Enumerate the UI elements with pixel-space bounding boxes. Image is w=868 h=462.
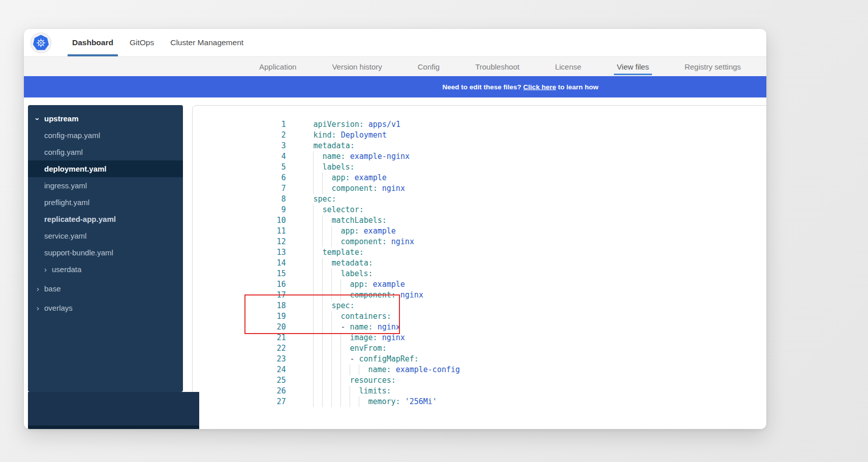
- code-line: 1apiVersion: apps/v1: [193, 109, 766, 119]
- subnav-tab-label: License: [555, 62, 581, 71]
- subnav-tab-label: Registry settings: [685, 62, 741, 71]
- code-text: matchLabels:: [313, 216, 386, 225]
- file-tree-item[interactable]: config-map.yaml: [28, 127, 183, 144]
- file-tree-item[interactable]: config.yaml: [28, 144, 183, 160]
- code-text: metadata:: [313, 258, 373, 268]
- click-here-link[interactable]: Click here: [523, 83, 556, 91]
- code-text: app: example: [313, 280, 405, 289]
- code-text: image: nginx: [313, 333, 405, 342]
- subnav-tab-label: View files: [617, 62, 649, 71]
- subnav-tab[interactable]: Troubleshoot: [475, 57, 519, 76]
- file-tree-item[interactable]: support-bundle.yaml: [28, 244, 183, 261]
- file-tree-item-label: preflight.yaml: [44, 198, 89, 207]
- line-number: 27: [257, 397, 286, 407]
- kubernetes-wheel-icon: [33, 35, 49, 51]
- file-tree-item[interactable]: deployment.yaml: [28, 160, 183, 177]
- code-text: envFrom:: [313, 344, 386, 353]
- line-number: 13: [257, 247, 286, 258]
- subnav-tab-label: Troubleshoot: [475, 62, 519, 71]
- line-number: 1: [257, 119, 286, 130]
- code-text: - name: nginx: [313, 322, 400, 332]
- subnav-tab[interactable]: Version history: [332, 57, 382, 76]
- line-number: 15: [257, 269, 286, 279]
- file-tree-item[interactable]: replicated-app.yaml: [28, 211, 183, 227]
- line-number: 3: [257, 141, 286, 151]
- subnav-tab-label: Config: [418, 62, 440, 71]
- yaml-code-editor[interactable]: 1apiVersion: apps/v1 2kind: Deployment 3…: [192, 105, 766, 429]
- file-tree-item-label: config-map.yaml: [44, 131, 100, 140]
- file-tree-item-label: config.yaml: [44, 148, 83, 156]
- code-text: labels:: [313, 269, 373, 278]
- app-window: Dashboard GitOps Cluster Management Appl…: [24, 29, 766, 429]
- topnav-tabs: Dashboard GitOps Cluster Management: [68, 29, 248, 56]
- code-text: - configMapRef:: [313, 354, 418, 364]
- chevron-icon: [37, 114, 44, 123]
- line-number: 19: [257, 311, 286, 322]
- code-text: component: nginx: [313, 290, 423, 300]
- code-text: selector:: [313, 205, 363, 214]
- line-number: 6: [257, 173, 286, 183]
- code-text: metadata:: [313, 141, 354, 150]
- top-navigation: Dashboard GitOps Cluster Management: [24, 29, 766, 57]
- code-text: memory: '256Mi': [313, 397, 437, 406]
- file-tree-item[interactable]: service.yaml: [28, 227, 183, 244]
- file-tree-item-label: service.yaml: [44, 232, 86, 240]
- code-text: component: nginx: [313, 237, 414, 246]
- file-tree-item[interactable]: userdata: [28, 261, 183, 278]
- kubernetes-logo: [30, 32, 51, 53]
- line-number: 9: [257, 205, 286, 215]
- file-tree-lower-panel: [28, 392, 199, 425]
- line-number: 20: [257, 322, 286, 333]
- subnav-tab-label: Application: [259, 62, 296, 71]
- line-number: 21: [257, 333, 286, 343]
- line-number: 4: [257, 151, 286, 162]
- file-tree-item[interactable]: base: [28, 280, 183, 297]
- file-tree-item-label: base: [44, 284, 61, 293]
- code-text: labels:: [313, 162, 354, 172]
- line-number: 8: [257, 194, 286, 205]
- code-text: spec:: [313, 194, 336, 204]
- application-subnav: Application Version history Config Troub…: [24, 57, 766, 76]
- page-background: Dashboard GitOps Cluster Management Appl…: [0, 0, 868, 462]
- file-tree-item-label: support-bundle.yaml: [44, 248, 113, 257]
- code-text: app: example: [313, 226, 395, 236]
- file-tree-item[interactable]: upstream: [28, 110, 183, 127]
- code-text: app: example: [313, 173, 386, 182]
- banner-text-after: to learn how: [556, 83, 598, 91]
- chevron-icon: [37, 284, 44, 293]
- code-text: limits:: [313, 386, 391, 395]
- subnav-tab[interactable]: View files: [617, 57, 649, 76]
- subnav-tab[interactable]: Registry settings: [685, 57, 741, 76]
- code-text: containers:: [313, 312, 391, 321]
- line-number: 17: [257, 290, 286, 301]
- topnav-tab[interactable]: Cluster Management: [166, 29, 248, 56]
- line-number: 25: [257, 375, 286, 386]
- topnav-tab-label: Cluster Management: [170, 38, 243, 47]
- line-number: 22: [257, 343, 286, 354]
- file-tree-item[interactable]: ingress.yaml: [28, 177, 183, 194]
- code-text: kind: Deployment: [313, 130, 387, 140]
- topnav-tab-label: GitOps: [130, 38, 154, 47]
- code-text: component: nginx: [313, 184, 405, 193]
- subnav-tab-label: Version history: [332, 62, 382, 71]
- subnav-tab[interactable]: Config: [418, 57, 440, 76]
- subnav-tab[interactable]: Application: [259, 57, 296, 76]
- topnav-tab[interactable]: Dashboard: [68, 29, 118, 56]
- file-tree-item[interactable]: overlays: [28, 300, 183, 316]
- line-number: 16: [257, 279, 286, 290]
- chevron-icon: [44, 265, 52, 274]
- code-text: resources:: [313, 376, 395, 385]
- view-files-content: upstream config-map.yaml config.yaml dep…: [24, 97, 766, 429]
- file-tree-item[interactable]: preflight.yaml: [28, 194, 183, 211]
- subnav-tab[interactable]: License: [555, 57, 581, 76]
- line-number: 14: [257, 258, 286, 269]
- topnav-tab[interactable]: GitOps: [125, 29, 159, 56]
- file-tree-bottom-strip: [28, 425, 199, 429]
- file-tree-item-label: userdata: [52, 265, 81, 274]
- chevron-icon: [37, 304, 44, 312]
- line-number: 5: [257, 162, 286, 173]
- file-tree-item-label: overlays: [44, 304, 73, 312]
- banner-text: Need to edit these files? Click here to …: [443, 83, 599, 91]
- code-area: 1apiVersion: apps/v1 2kind: Deployment 3…: [193, 106, 766, 397]
- line-number: 18: [257, 301, 286, 311]
